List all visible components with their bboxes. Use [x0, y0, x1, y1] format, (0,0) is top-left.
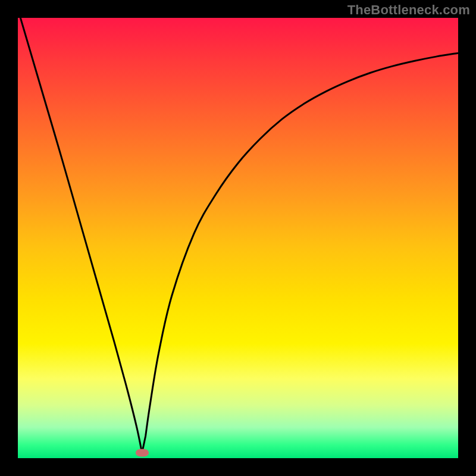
curve-svg [18, 18, 458, 458]
optimal-point-marker [136, 449, 149, 457]
bottleneck-curve [18, 18, 458, 453]
plot-area [18, 18, 458, 458]
chart-frame: TheBottleneck.com [0, 0, 476, 476]
watermark-text: TheBottleneck.com [347, 2, 470, 18]
